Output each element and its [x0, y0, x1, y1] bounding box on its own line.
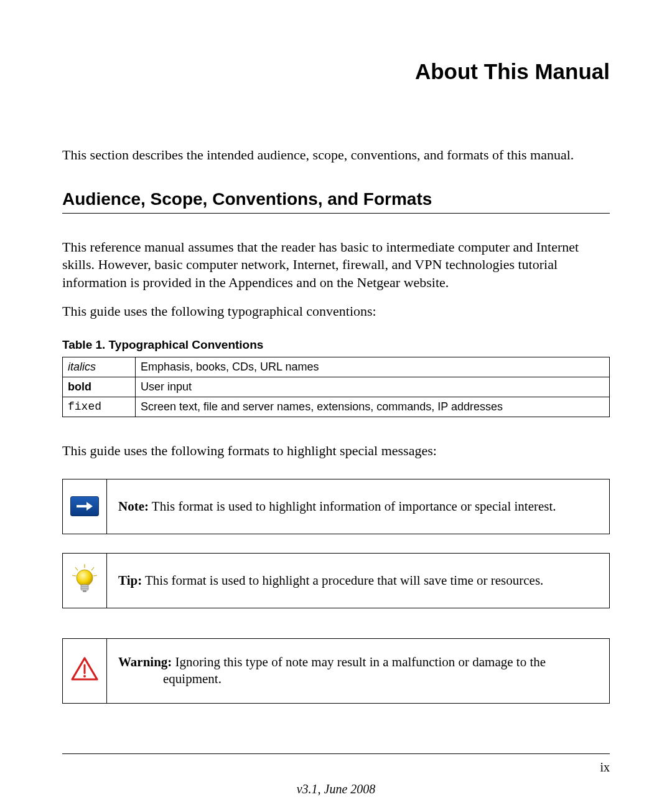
svg-line-4	[93, 575, 97, 576]
warning-body: Ignoring this type of note may result in…	[172, 654, 546, 669]
tip-text: Tip: This format is used to highlight a …	[107, 554, 609, 608]
warning-callout: Warning: Ignoring this type of note may …	[62, 638, 610, 704]
note-callout: Note: This format is used to highlight i…	[62, 479, 610, 534]
svg-point-5	[77, 570, 93, 586]
convention-label: fixed	[63, 397, 136, 417]
table-caption: Table 1. Typographical Conventions	[62, 338, 610, 352]
convention-desc: Emphasis, books, CDs, URL names	[136, 357, 610, 377]
chapter-title: About This Manual	[62, 59, 610, 84]
page: About This Manual This section describes…	[0, 0, 672, 807]
paragraph-2: This guide uses the following typographi…	[62, 303, 610, 321]
section-heading: Audience, Scope, Conventions, and Format…	[62, 189, 610, 214]
arrow-right-icon	[70, 496, 99, 516]
svg-line-2	[91, 567, 94, 570]
warning-triangle-icon	[71, 657, 98, 684]
convention-label: bold	[63, 377, 136, 397]
lightbulb-icon	[70, 564, 99, 598]
convention-label: italics	[63, 357, 136, 377]
paragraph-3: This guide uses the following formats to…	[62, 442, 610, 460]
svg-point-11	[83, 675, 86, 677]
convention-desc: Screen text, file and server names, exte…	[136, 397, 610, 417]
warning-text: Warning: Ignoring this type of note may …	[107, 639, 609, 703]
svg-rect-6	[81, 585, 88, 590]
warning-body-line2: equipment.	[118, 671, 598, 687]
svg-line-3	[72, 575, 76, 576]
convention-desc: User input	[136, 377, 610, 397]
warning-icon-cell	[63, 639, 107, 703]
page-number: ix	[600, 760, 610, 775]
warning-label: Warning:	[118, 654, 172, 669]
conventions-table: italics Emphasis, books, CDs, URL names …	[62, 357, 610, 417]
table-row: fixed Screen text, file and server names…	[63, 397, 610, 417]
svg-rect-9	[83, 590, 86, 592]
table-row: italics Emphasis, books, CDs, URL names	[63, 357, 610, 377]
footer-rule: ix	[62, 753, 610, 775]
paragraph-1: This reference manual assumes that the r…	[62, 238, 610, 292]
note-icon-cell	[63, 479, 107, 534]
version-footer: v3.1, June 2008	[62, 782, 610, 796]
note-text: Note: This format is used to highlight i…	[107, 479, 609, 534]
svg-line-1	[75, 567, 78, 570]
note-label: Note:	[118, 499, 149, 514]
tip-body: This format is used to highlight a proce…	[142, 573, 543, 588]
table-row: bold User input	[63, 377, 610, 397]
note-body: This format is used to highlight informa…	[149, 499, 556, 514]
intro-paragraph: This section describes the intended audi…	[62, 146, 610, 164]
tip-label: Tip:	[118, 573, 142, 588]
tip-icon-cell	[63, 554, 107, 608]
tip-callout: Tip: This format is used to highlight a …	[62, 553, 610, 608]
